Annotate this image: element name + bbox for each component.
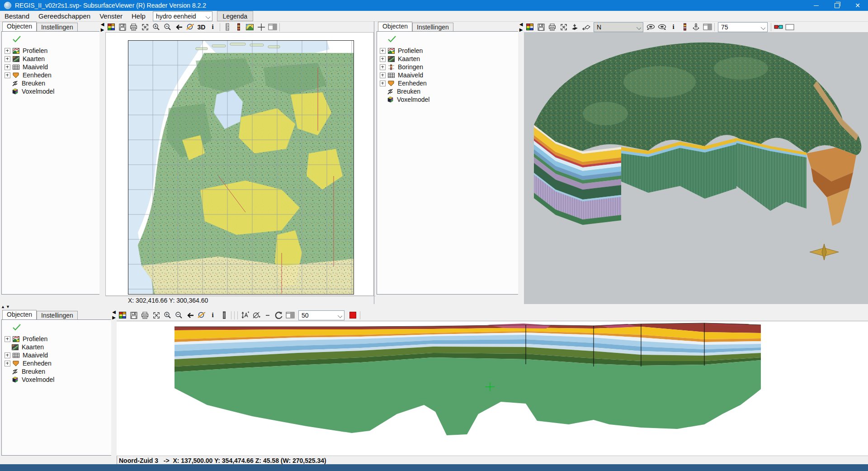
erase-surface-button[interactable] xyxy=(580,22,592,32)
close-button[interactable]: ✕ xyxy=(847,0,868,11)
panel-toggle-button[interactable] xyxy=(267,22,278,32)
tab-objecten-3d[interactable]: Objecten xyxy=(378,22,412,32)
tree-item-profielen[interactable]: Profielen xyxy=(2,335,111,343)
save-button[interactable] xyxy=(128,310,139,320)
tree-expander[interactable] xyxy=(5,361,10,366)
panel-toggle-button[interactable] xyxy=(702,22,713,32)
tree-item-kaarten[interactable]: Kaarten xyxy=(2,343,111,351)
info-button[interactable]: i xyxy=(668,22,679,32)
tree-item-eenheden[interactable]: Eenheden xyxy=(377,79,518,87)
collapse-left-icon[interactable]: ◀ xyxy=(99,22,105,27)
paint-surface-button[interactable] xyxy=(569,22,580,32)
tree-item-breuken[interactable]: Breuken xyxy=(2,79,99,87)
open-3d-button[interactable]: 3D xyxy=(196,22,207,32)
print-button[interactable] xyxy=(128,22,139,32)
save-button[interactable] xyxy=(117,22,128,32)
borehole-column-button[interactable] xyxy=(233,22,244,32)
tree-expander[interactable] xyxy=(5,72,10,78)
zoom-select-button[interactable] xyxy=(196,310,207,320)
horizontal-splitter[interactable]: ▲ ▼ xyxy=(0,304,868,309)
zoom-fit-button[interactable] xyxy=(151,310,162,320)
map-tree-divider[interactable]: ◀ ▶ xyxy=(99,22,105,296)
tab-instellingen-3d[interactable]: Instellingen xyxy=(412,23,453,32)
tree-item-breuken[interactable]: Breuken xyxy=(377,87,518,95)
rotate-left-button[interactable] xyxy=(645,22,656,32)
tree-expander[interactable] xyxy=(380,56,386,62)
anaglyph-button[interactable] xyxy=(773,22,784,32)
tree-expander[interactable] xyxy=(5,56,10,62)
borehole-column-button[interactable] xyxy=(218,310,230,320)
tab-instellingen-profile[interactable]: Instellingen xyxy=(37,311,78,320)
zoom-out-button[interactable] xyxy=(173,310,184,320)
tree-expander[interactable] xyxy=(5,64,10,70)
tree-item-maaiveld[interactable]: Maaiveld xyxy=(377,71,518,79)
view-direction-combobox[interactable]: N xyxy=(594,22,643,32)
map-viewport[interactable] xyxy=(105,32,374,296)
menu-gereedschappen[interactable]: Gereedschappen xyxy=(34,11,95,21)
save-button[interactable] xyxy=(535,22,547,32)
expand-right-icon[interactable]: ▶ xyxy=(111,315,117,320)
exaggeration-up-button[interactable] xyxy=(239,310,250,320)
profile-scale-combobox[interactable]: 50 xyxy=(298,310,344,320)
zoom-select-button[interactable] xyxy=(184,22,196,32)
borehole-column-button[interactable] xyxy=(679,22,690,32)
zoom-fit-button[interactable] xyxy=(139,22,151,32)
tree-expander[interactable] xyxy=(380,72,386,78)
tab-objecten-profile[interactable]: Objecten xyxy=(2,310,37,320)
tree-item-voxelmodel[interactable]: Voxelmodel xyxy=(377,95,518,104)
tree-item-profielen[interactable]: Profielen xyxy=(2,47,99,55)
unit-combobox[interactable]: hydro eenheid xyxy=(153,11,212,21)
zoom-fit-button[interactable] xyxy=(558,22,569,32)
tree-item-kaarten[interactable]: Kaarten xyxy=(377,55,518,63)
tree-item-voxelmodel[interactable]: Voxelmodel xyxy=(2,376,111,384)
tree-expander[interactable] xyxy=(5,336,10,342)
ruler-button[interactable] xyxy=(222,22,233,32)
tree-expander[interactable] xyxy=(380,64,386,70)
legend-palette-button[interactable] xyxy=(117,310,128,320)
tree-item-maaiveld[interactable]: Maaiveld xyxy=(2,351,111,359)
rotate-right-button[interactable] xyxy=(656,22,668,32)
tree-item-eenheden[interactable]: Eenheden xyxy=(2,71,99,79)
tree-item-kaarten[interactable]: Kaarten xyxy=(2,55,99,63)
background-color-button[interactable] xyxy=(784,22,795,32)
zoom-in-button[interactable] xyxy=(151,22,162,32)
crosshair-button[interactable] xyxy=(255,22,267,32)
restore-button[interactable] xyxy=(826,0,847,11)
tab-instellingen[interactable]: Instellingen xyxy=(37,23,78,32)
profile-viewport[interactable] xyxy=(117,321,868,455)
expand-right-icon[interactable]: ▶ xyxy=(518,27,524,33)
back-button[interactable] xyxy=(184,310,196,320)
print-button[interactable] xyxy=(139,310,151,320)
splitter-up-icon[interactable]: ▲ xyxy=(1,304,5,309)
zoom-out-button[interactable] xyxy=(162,22,173,32)
refresh-button[interactable] xyxy=(273,310,284,320)
panel-toggle-button[interactable] xyxy=(284,310,296,320)
tab-objecten[interactable]: Objecten xyxy=(2,22,37,32)
splitter-down-icon[interactable]: ▼ xyxy=(6,304,10,309)
menu-help[interactable]: Help xyxy=(127,11,150,21)
exaggeration-combobox[interactable]: 75 xyxy=(718,22,768,32)
print-button[interactable] xyxy=(547,22,558,32)
expand-right-icon[interactable]: ▶ xyxy=(99,27,105,33)
map-legend-button[interactable] xyxy=(244,22,255,32)
legend-button[interactable]: Legenda xyxy=(217,11,253,21)
info-button[interactable]: i xyxy=(207,310,218,320)
legend-palette-button[interactable] xyxy=(105,22,117,32)
menu-bestand[interactable]: Bestand xyxy=(0,11,34,21)
tree-expander[interactable] xyxy=(5,48,10,54)
rotate-section-button[interactable] xyxy=(250,310,262,320)
info-button[interactable]: i xyxy=(207,22,218,32)
tree-item-boringen[interactable]: Boringen xyxy=(377,63,518,71)
tree-item-voxelmodel[interactable]: Voxelmodel xyxy=(2,87,99,95)
view3d-viewport[interactable] xyxy=(524,32,868,304)
tree-expander[interactable] xyxy=(380,81,386,86)
minimize-button[interactable] xyxy=(806,0,826,11)
menu-venster[interactable]: Venster xyxy=(95,11,127,21)
zoom-in-button[interactable] xyxy=(162,310,173,320)
view3d-tree-divider[interactable]: ◀ ▶ xyxy=(518,22,524,304)
collapse-left-icon[interactable]: ◀ xyxy=(518,22,524,27)
tree-item-maaiveld[interactable]: Maaiveld xyxy=(2,63,99,71)
tree-item-breuken[interactable]: Breuken xyxy=(2,367,111,376)
tree-item-profielen[interactable]: Profielen xyxy=(377,47,518,55)
tree-item-eenheden[interactable]: Eenheden xyxy=(2,359,111,367)
